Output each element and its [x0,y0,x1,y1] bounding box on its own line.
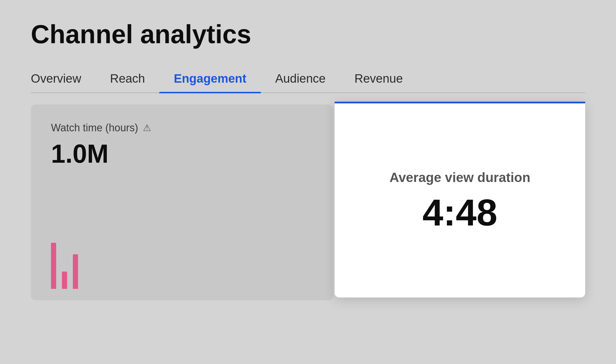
watch-time-label: Watch time (hours) ⚠ [51,122,313,134]
engagement-card: Average view duration 4:48 [335,102,585,297]
avg-view-duration-label: Average view duration [389,170,530,185]
avg-view-duration-value: 4:48 [422,194,497,231]
chart-bar [62,272,67,289]
chart-area [51,231,78,289]
tab-overview[interactable]: Overview [31,66,96,92]
tab-reach[interactable]: Reach [96,66,159,92]
tabs-nav: Overview Reach Engagement Audience Reven… [31,66,585,93]
page-title: Channel analytics [31,20,585,49]
tab-engagement[interactable]: Engagement [159,66,261,92]
content-area: Watch time (hours) ⚠ 1.0M Average view d… [31,105,585,335]
warning-icon: ⚠ [143,122,151,133]
watch-time-label-text: Watch time (hours) [51,122,138,134]
chart-bar [51,243,56,289]
page-container: Channel analytics Overview Reach Engagem… [0,0,616,364]
tab-audience[interactable]: Audience [261,66,340,92]
tab-revenue[interactable]: Revenue [340,66,417,92]
watch-time-value: 1.0M [51,140,313,168]
watch-time-card: Watch time (hours) ⚠ 1.0M [31,105,333,300]
chart-bar [73,254,78,289]
